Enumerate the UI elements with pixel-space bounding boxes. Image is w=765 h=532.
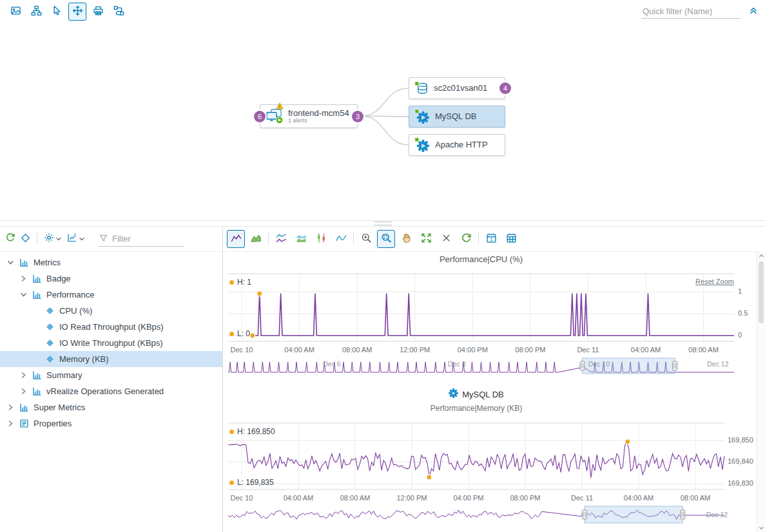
scroll-down-button[interactable] xyxy=(757,523,765,532)
tree-item-badge[interactable]: Badge xyxy=(0,271,222,287)
cpu-navigator-selection-handle-right[interactable] xyxy=(673,361,677,370)
tree-item-super-metrics[interactable]: Super Metrics xyxy=(0,399,222,415)
print-button[interactable] xyxy=(89,3,107,21)
navigator-date-label: Dec 8 xyxy=(443,360,471,368)
metric-tree: MetricsBadgePerformanceCPU (%)IO Read Th… xyxy=(0,252,222,532)
splitter-grip xyxy=(374,222,392,225)
line-chart-button[interactable] xyxy=(227,230,245,248)
node-apache[interactable]: Apache HTTP xyxy=(409,134,505,156)
node-labels: Apache HTTP xyxy=(435,140,488,149)
high-value-label-text: H: 169,850 xyxy=(237,427,275,436)
zoom-in-button[interactable] xyxy=(357,230,375,248)
tree-item-label: Performance xyxy=(46,290,94,299)
expand-button[interactable] xyxy=(417,230,435,248)
caret-right-icon[interactable] xyxy=(6,404,15,411)
expand-icon xyxy=(421,233,432,246)
node-vsan[interactable]: sc2c01vsan014 xyxy=(409,77,505,99)
pan-hand-button[interactable] xyxy=(397,230,415,248)
navigator-date-label: Dec 12 xyxy=(702,511,731,518)
tree-item-summary[interactable]: Summary xyxy=(0,367,222,383)
node-labels: frontend-mcm541 alerts xyxy=(288,109,349,124)
pan-mode-button[interactable] xyxy=(68,3,86,21)
scroll-up-button[interactable] xyxy=(757,251,765,260)
settings-menu-button[interactable] xyxy=(44,233,62,245)
chart-count-menu-button[interactable]: 1 xyxy=(67,233,85,245)
x-axis-label: Dec 10 xyxy=(223,346,265,354)
scroll-thumb[interactable] xyxy=(759,261,764,323)
metric-filter-input[interactable] xyxy=(111,233,183,244)
path-route-button[interactable] xyxy=(110,3,128,21)
map-toolbar xyxy=(0,0,765,23)
caret-right-icon[interactable] xyxy=(19,275,28,282)
tree-item-memory-kb[interactable]: Memory (KB) xyxy=(0,351,222,367)
date-range-button[interactable] xyxy=(502,230,520,248)
map-toolbar-buttons xyxy=(6,3,128,21)
memory-navigator-selection-handle-right[interactable] xyxy=(681,510,685,519)
environment-icon xyxy=(5,233,15,245)
refresh-button[interactable] xyxy=(457,230,475,248)
memory-navigator-selection-handle-left[interactable] xyxy=(582,510,586,519)
toolbar-separator xyxy=(478,233,479,245)
x-axis-label: 08:00 PM xyxy=(502,494,548,502)
date-range-icon xyxy=(506,233,517,246)
tree-item-io-read-throughput-kbps[interactable]: IO Read Throughput (KBps) xyxy=(0,319,222,335)
close-button[interactable] xyxy=(437,230,455,248)
environment-button[interactable] xyxy=(5,233,15,245)
tree-item-cpu[interactable]: CPU (%) xyxy=(0,303,222,319)
alert-count-badge: 6 xyxy=(254,111,266,122)
caret-down-icon[interactable] xyxy=(19,291,28,298)
memory-navigator-selection[interactable] xyxy=(585,506,683,523)
reset-zoom-link[interactable]: Reset Zoom xyxy=(650,278,734,285)
chart-header: MySQL DB xyxy=(228,388,724,400)
candlestick-button[interactable] xyxy=(312,230,330,248)
tree-item-metrics[interactable]: Metrics xyxy=(0,254,222,271)
tree-item-properties[interactable]: Properties xyxy=(0,415,222,432)
tree-item-label: IO Read Throughput (KBps) xyxy=(59,322,164,332)
x-axis-label: 08:00 PM xyxy=(507,346,554,354)
date-picker-button[interactable]: 1 xyxy=(482,230,500,248)
multi-line-chart-icon xyxy=(276,233,287,246)
zoom-box-button[interactable] xyxy=(377,230,395,248)
y-axis-label: 169,850 xyxy=(728,436,755,444)
node-mysql[interactable]: MySQL DB xyxy=(409,106,505,128)
caret-right-icon[interactable] xyxy=(19,372,28,379)
x-axis-label: 04:00 AM xyxy=(615,494,662,502)
metric-group-icon xyxy=(32,290,43,299)
multi-line-chart-button[interactable] xyxy=(272,230,290,248)
vertical-scrollbar[interactable] xyxy=(757,251,765,532)
tree-item-performance[interactable]: Performance xyxy=(0,287,222,303)
tree-item-io-write-throughput-kbps[interactable]: IO Write Throughput (KBps) xyxy=(0,335,222,351)
properties-icon xyxy=(19,419,30,428)
caret-right-icon[interactable] xyxy=(6,420,15,427)
collapse-panel-icon[interactable] xyxy=(748,5,759,18)
x-axis-label: 04:00 AM xyxy=(275,494,322,502)
stacked-chart-icon xyxy=(296,233,307,246)
node-frontend[interactable]: 6frontend-mcm541 alerts3 xyxy=(260,104,358,128)
tree-item-vrealize-operations-generated[interactable]: vRealize Operations Generated xyxy=(0,383,222,399)
stacked-chart-button[interactable] xyxy=(292,230,310,248)
node-label: MySQL DB xyxy=(435,112,477,121)
database-icon xyxy=(414,81,429,96)
select-mode-button[interactable] xyxy=(48,3,66,21)
x-axis-label: Dec 11 xyxy=(559,494,605,502)
caret-right-icon[interactable] xyxy=(19,388,28,395)
cpu-navigator-selection-handle-left[interactable] xyxy=(580,361,585,370)
svg-text:1: 1 xyxy=(73,233,76,237)
line-chart-icon xyxy=(231,233,242,246)
metric-diamond-icon xyxy=(44,356,55,363)
metrics-toolbar: 1 xyxy=(0,227,222,252)
area-chart-button[interactable] xyxy=(247,230,265,248)
metrics-panel: 1 MetricsBadgePerformanceCPU (%)IO Read … xyxy=(0,227,223,532)
relationship-map[interactable]: 6frontend-mcm541 alerts3sc2c01vsan014MyS… xyxy=(0,23,765,220)
hierarchy-layout-button[interactable] xyxy=(27,3,45,21)
caret-down-icon[interactable] xyxy=(6,259,15,266)
tree-item-label: Metrics xyxy=(34,258,61,267)
spline-chart-button[interactable] xyxy=(332,230,350,248)
quick-filter-input[interactable] xyxy=(641,5,741,19)
export-image-button[interactable] xyxy=(6,3,24,21)
chart-title: Performance|CPU (%) xyxy=(228,254,734,264)
horizontal-splitter[interactable] xyxy=(0,220,765,227)
x-axis-label: 04:00 AM xyxy=(623,346,669,354)
metrics-button[interactable] xyxy=(21,233,30,245)
metric-group-icon xyxy=(19,258,30,267)
